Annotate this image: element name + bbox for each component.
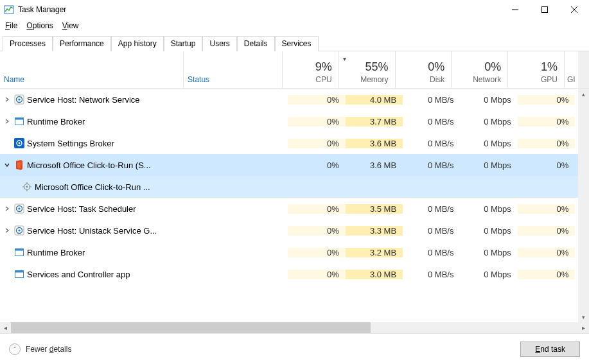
scroll-thumb[interactable] — [11, 322, 371, 333]
scroll-left-icon[interactable]: ◂ — [0, 322, 11, 333]
chevron-right-icon[interactable] — [3, 227, 12, 234]
cell-disk: 0 MB/s — [403, 270, 460, 279]
cell-disk: 0 MB/s — [403, 139, 460, 148]
cell-gpu: 0% — [518, 117, 575, 126]
process-name-label: System Settings Broker — [27, 139, 114, 148]
scroll-up-icon[interactable]: ▴ — [578, 89, 589, 100]
column-header-cpu[interactable]: 9% CPU — [283, 51, 339, 88]
window-controls — [500, 0, 589, 19]
svg-rect-9 — [15, 118, 24, 120]
svg-point-7 — [18, 98, 20, 100]
tab-label: Details — [244, 39, 268, 48]
scroll-track[interactable] — [11, 322, 578, 333]
table-row[interactable]: Service Host: Unistack Service G...0%3.3… — [0, 220, 589, 241]
table-row[interactable]: Service Host: Task Scheduler0%3.5 MB0 MB… — [0, 198, 589, 220]
table-row[interactable]: System Settings Broker0%3.6 MB0 MB/s0 Mb… — [0, 132, 589, 154]
chevron-right-icon[interactable] — [3, 118, 12, 125]
column-header-memory[interactable]: ▾ 55% Memory — [339, 51, 396, 88]
table-row[interactable]: Runtime Broker0%3.7 MB0 MB/s0 Mbps0% — [0, 110, 589, 132]
table-row[interactable]: Services and Controller app0%3.0 MB0 MB/… — [0, 263, 589, 285]
cell-name: Runtime Broker — [0, 116, 188, 126]
tab-label: Services — [282, 39, 312, 48]
cell-name: Service Host: Network Service — [0, 94, 188, 105]
cell-cpu: 0% — [288, 95, 345, 105]
menu-file[interactable]: File — [5, 21, 17, 30]
table-row[interactable]: Service Host: Network Service0%4.0 MB0 M… — [0, 89, 589, 110]
chevron-right-icon[interactable] — [3, 96, 12, 103]
cell-memory: 4.0 MB — [346, 95, 403, 105]
cell-cpu: 0% — [288, 160, 345, 170]
process-name-label: Runtime Broker — [27, 248, 85, 257]
table-row[interactable]: Microsoft Office Click-to-Run ... — [0, 176, 589, 198]
menu-view[interactable]: View — [62, 21, 79, 30]
table-row[interactable]: Runtime Broker0%3.2 MB0 MB/s0 Mbps0% — [0, 241, 589, 263]
close-button[interactable] — [559, 0, 589, 19]
column-header-status[interactable]: Status — [184, 51, 283, 88]
scroll-track[interactable] — [578, 100, 589, 311]
vertical-scrollbar[interactable]: ▴ ▾ — [578, 89, 589, 322]
cell-disk: 0 MB/s — [403, 95, 460, 105]
cell-disk: 0 MB/s — [403, 204, 460, 214]
tab-label: App history — [118, 39, 157, 48]
cell-cpu: 0% — [288, 226, 345, 236]
office-icon — [14, 160, 24, 170]
cell-name: Microsoft Office Click-to-Run ... — [0, 182, 188, 192]
column-header-network[interactable]: 0% Network — [452, 51, 508, 88]
chevron-down-icon[interactable] — [3, 162, 12, 169]
cell-memory: 3.7 MB — [346, 117, 403, 126]
tab-label: Performance — [60, 39, 104, 48]
menu-options[interactable]: Options — [26, 21, 53, 30]
cell-cpu: 0% — [288, 117, 345, 126]
cell-network: 0 Mbps — [460, 270, 517, 279]
process-grid: Name Status 9% CPU ▾ 55% Memory 0% Disk … — [0, 51, 589, 333]
cell-cpu: 0% — [288, 139, 345, 148]
table-row[interactable]: Microsoft Office Click-to-Run (S...0%3.6… — [0, 154, 589, 176]
cell-memory: 3.2 MB — [346, 248, 403, 257]
column-header-gpu[interactable]: 1% GPU — [508, 51, 565, 88]
svg-point-24 — [18, 229, 20, 231]
svg-rect-26 — [15, 249, 24, 251]
maximize-button[interactable] — [530, 0, 559, 19]
cell-memory: 3.5 MB — [346, 204, 403, 214]
tab-services[interactable]: Services — [275, 36, 319, 51]
process-name-label: Service Host: Network Service — [27, 95, 140, 105]
cell-memory: 3.6 MB — [346, 160, 403, 170]
horizontal-scrollbar[interactable]: ◂ ▸ — [0, 322, 589, 333]
fewer-details-label: Fewer details — [26, 345, 71, 354]
scroll-right-icon[interactable]: ▸ — [578, 322, 589, 333]
svg-point-21 — [18, 207, 20, 209]
cell-network: 0 Mbps — [460, 248, 517, 257]
tab-startup[interactable]: Startup — [164, 36, 203, 51]
fewer-details-toggle[interactable]: ˄ Fewer details — [9, 343, 71, 355]
chevron-right-icon[interactable] — [3, 205, 12, 212]
cell-gpu: 0% — [518, 139, 575, 148]
tab-users[interactable]: Users — [202, 36, 236, 51]
tab-performance[interactable]: Performance — [53, 36, 111, 51]
gear-solid-icon — [14, 138, 24, 148]
cell-disk: 0 MB/s — [403, 248, 460, 257]
cell-gpu: 0% — [518, 95, 575, 105]
gear-service-icon — [14, 204, 24, 214]
svg-point-12 — [19, 143, 21, 144]
column-header-extra[interactable]: GI — [565, 51, 579, 88]
tab-app-history[interactable]: App history — [111, 36, 164, 51]
cell-network: 0 Mbps — [460, 226, 517, 236]
end-task-button[interactable]: End task — [520, 342, 580, 357]
scroll-corner — [578, 51, 589, 88]
cell-name: Service Host: Task Scheduler — [0, 204, 188, 214]
cell-disk: 0 MB/s — [403, 226, 460, 236]
process-name-label: Microsoft Office Click-to-Run (S... — [27, 160, 151, 170]
tab-processes[interactable]: Processes — [3, 36, 53, 51]
process-name-label: Runtime Broker — [27, 117, 85, 126]
svg-rect-2 — [542, 7, 548, 13]
cell-name: Services and Controller app — [0, 269, 188, 279]
cog-small-icon — [22, 182, 32, 192]
tab-label: Processes — [10, 39, 46, 48]
column-header-name[interactable]: Name — [0, 51, 184, 88]
cell-name: Runtime Broker — [0, 247, 188, 257]
tab-details[interactable]: Details — [237, 36, 275, 51]
minimize-button[interactable] — [500, 0, 530, 19]
window-icon — [14, 116, 24, 126]
column-header-disk[interactable]: 0% Disk — [396, 51, 452, 88]
scroll-down-icon[interactable]: ▾ — [578, 311, 589, 322]
